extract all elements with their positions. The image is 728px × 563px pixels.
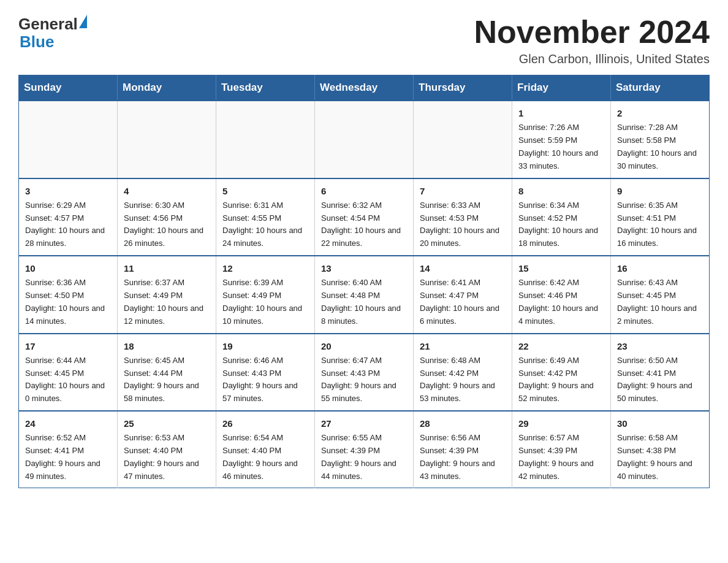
header: General Blue November 2024 Glen Carbon, … bbox=[18, 15, 710, 66]
day-info: Sunrise: 6:41 AMSunset: 4:47 PMDaylight:… bbox=[420, 277, 506, 327]
day-cell: 2Sunrise: 7:28 AMSunset: 5:58 PMDaylight… bbox=[611, 101, 710, 178]
day-number: 26 bbox=[222, 416, 308, 431]
calendar-body: 1Sunrise: 7:26 AMSunset: 5:59 PMDaylight… bbox=[19, 101, 710, 488]
day-cell: 22Sunrise: 6:49 AMSunset: 4:42 PMDayligh… bbox=[512, 334, 611, 411]
day-cell: 7Sunrise: 6:33 AMSunset: 4:53 PMDaylight… bbox=[414, 178, 512, 256]
day-cell: 11Sunrise: 6:37 AMSunset: 4:49 PMDayligh… bbox=[118, 256, 216, 333]
day-number: 30 bbox=[617, 416, 703, 431]
day-number: 17 bbox=[25, 339, 111, 353]
day-cell: 27Sunrise: 6:55 AMSunset: 4:39 PMDayligh… bbox=[315, 411, 414, 488]
day-info: Sunrise: 6:47 AMSunset: 4:43 PMDaylight:… bbox=[321, 354, 407, 405]
day-cell: 18Sunrise: 6:45 AMSunset: 4:44 PMDayligh… bbox=[118, 334, 216, 411]
day-cell: 29Sunrise: 6:57 AMSunset: 4:39 PMDayligh… bbox=[512, 411, 611, 488]
day-cell: 25Sunrise: 6:53 AMSunset: 4:40 PMDayligh… bbox=[118, 411, 216, 488]
day-header-friday: Friday bbox=[512, 75, 611, 101]
day-info: Sunrise: 6:58 AMSunset: 4:38 PMDaylight:… bbox=[617, 432, 703, 483]
day-info: Sunrise: 6:44 AMSunset: 4:45 PMDaylight:… bbox=[25, 354, 111, 405]
day-number: 19 bbox=[222, 339, 308, 353]
day-info: Sunrise: 7:28 AMSunset: 5:58 PMDaylight:… bbox=[617, 121, 703, 172]
day-cell: 28Sunrise: 6:56 AMSunset: 4:39 PMDayligh… bbox=[414, 411, 512, 488]
day-cell: 6Sunrise: 6:32 AMSunset: 4:54 PMDaylight… bbox=[315, 178, 414, 256]
day-info: Sunrise: 6:34 AMSunset: 4:52 PMDaylight:… bbox=[518, 199, 604, 250]
day-number: 4 bbox=[124, 184, 210, 198]
day-info: Sunrise: 6:52 AMSunset: 4:41 PMDaylight:… bbox=[25, 432, 111, 483]
day-cell: 5Sunrise: 6:31 AMSunset: 4:55 PMDaylight… bbox=[216, 178, 315, 256]
day-header-thursday: Thursday bbox=[414, 75, 512, 101]
day-number: 12 bbox=[222, 261, 308, 275]
day-number: 27 bbox=[321, 416, 407, 431]
day-number: 22 bbox=[518, 339, 604, 353]
day-cell: 26Sunrise: 6:54 AMSunset: 4:40 PMDayligh… bbox=[216, 411, 315, 488]
day-info: Sunrise: 6:37 AMSunset: 4:49 PMDaylight:… bbox=[124, 277, 210, 327]
day-cell bbox=[19, 101, 118, 178]
day-cell: 17Sunrise: 6:44 AMSunset: 4:45 PMDayligh… bbox=[19, 334, 118, 411]
day-number: 15 bbox=[518, 261, 604, 275]
day-cell bbox=[118, 101, 216, 178]
day-info: Sunrise: 6:46 AMSunset: 4:43 PMDaylight:… bbox=[222, 354, 308, 405]
day-info: Sunrise: 6:42 AMSunset: 4:46 PMDaylight:… bbox=[518, 277, 604, 327]
day-number: 6 bbox=[321, 184, 407, 198]
day-cell: 19Sunrise: 6:46 AMSunset: 4:43 PMDayligh… bbox=[216, 334, 315, 411]
day-cell: 30Sunrise: 6:58 AMSunset: 4:38 PMDayligh… bbox=[611, 411, 710, 488]
day-cell: 20Sunrise: 6:47 AMSunset: 4:43 PMDayligh… bbox=[315, 334, 414, 411]
day-header-wednesday: Wednesday bbox=[315, 75, 414, 101]
day-info: Sunrise: 6:39 AMSunset: 4:49 PMDaylight:… bbox=[222, 277, 308, 327]
logo-line1: General bbox=[18, 15, 87, 34]
day-header-sunday: Sunday bbox=[19, 75, 118, 101]
week-row-2: 10Sunrise: 6:36 AMSunset: 4:50 PMDayligh… bbox=[19, 256, 710, 333]
day-cell: 1Sunrise: 7:26 AMSunset: 5:59 PMDaylight… bbox=[512, 101, 611, 178]
day-info: Sunrise: 6:30 AMSunset: 4:56 PMDaylight:… bbox=[124, 199, 210, 250]
day-header-row: SundayMondayTuesdayWednesdayThursdayFrid… bbox=[19, 75, 710, 101]
day-cell: 24Sunrise: 6:52 AMSunset: 4:41 PMDayligh… bbox=[19, 411, 118, 488]
day-info: Sunrise: 6:54 AMSunset: 4:40 PMDaylight:… bbox=[222, 432, 308, 483]
day-number: 14 bbox=[420, 261, 506, 275]
day-number: 10 bbox=[25, 261, 111, 275]
title-block: November 2024 Glen Carbon, Illinois, Uni… bbox=[474, 15, 710, 66]
day-cell bbox=[414, 101, 512, 178]
week-row-3: 17Sunrise: 6:44 AMSunset: 4:45 PMDayligh… bbox=[19, 334, 710, 411]
day-cell bbox=[216, 101, 315, 178]
day-number: 16 bbox=[617, 261, 703, 275]
day-cell: 10Sunrise: 6:36 AMSunset: 4:50 PMDayligh… bbox=[19, 256, 118, 333]
day-info: Sunrise: 6:49 AMSunset: 4:42 PMDaylight:… bbox=[518, 354, 604, 405]
day-info: Sunrise: 6:50 AMSunset: 4:41 PMDaylight:… bbox=[617, 354, 703, 405]
day-info: Sunrise: 6:43 AMSunset: 4:45 PMDaylight:… bbox=[617, 277, 703, 327]
day-number: 1 bbox=[518, 106, 604, 120]
day-cell bbox=[315, 101, 414, 178]
logo: General Blue bbox=[18, 15, 87, 50]
day-info: Sunrise: 6:53 AMSunset: 4:40 PMDaylight:… bbox=[124, 432, 210, 483]
day-number: 9 bbox=[617, 184, 703, 198]
day-number: 25 bbox=[124, 416, 210, 431]
day-cell: 23Sunrise: 6:50 AMSunset: 4:41 PMDayligh… bbox=[611, 334, 710, 411]
day-cell: 9Sunrise: 6:35 AMSunset: 4:51 PMDaylight… bbox=[611, 178, 710, 256]
logo-general-text: General bbox=[18, 15, 78, 34]
day-number: 29 bbox=[518, 416, 604, 431]
day-info: Sunrise: 6:31 AMSunset: 4:55 PMDaylight:… bbox=[222, 199, 308, 250]
week-row-1: 3Sunrise: 6:29 AMSunset: 4:57 PMDaylight… bbox=[19, 178, 710, 256]
day-number: 5 bbox=[222, 184, 308, 198]
main-title: November 2024 bbox=[474, 15, 710, 50]
day-info: Sunrise: 7:26 AMSunset: 5:59 PMDaylight:… bbox=[518, 121, 604, 172]
day-cell: 16Sunrise: 6:43 AMSunset: 4:45 PMDayligh… bbox=[611, 256, 710, 333]
logo-triangle-icon bbox=[79, 15, 87, 28]
day-number: 7 bbox=[420, 184, 506, 198]
day-cell: 3Sunrise: 6:29 AMSunset: 4:57 PMDaylight… bbox=[19, 178, 118, 256]
day-cell: 15Sunrise: 6:42 AMSunset: 4:46 PMDayligh… bbox=[512, 256, 611, 333]
day-info: Sunrise: 6:33 AMSunset: 4:53 PMDaylight:… bbox=[420, 199, 506, 250]
day-info: Sunrise: 6:35 AMSunset: 4:51 PMDaylight:… bbox=[617, 199, 703, 250]
day-info: Sunrise: 6:40 AMSunset: 4:48 PMDaylight:… bbox=[321, 277, 407, 327]
day-info: Sunrise: 6:32 AMSunset: 4:54 PMDaylight:… bbox=[321, 199, 407, 250]
day-number: 23 bbox=[617, 339, 703, 353]
day-cell: 21Sunrise: 6:48 AMSunset: 4:42 PMDayligh… bbox=[414, 334, 512, 411]
logo-blue-text: Blue bbox=[20, 34, 54, 50]
day-header-saturday: Saturday bbox=[611, 75, 710, 101]
day-number: 13 bbox=[321, 261, 407, 275]
day-number: 2 bbox=[617, 106, 703, 120]
day-info: Sunrise: 6:56 AMSunset: 4:39 PMDaylight:… bbox=[420, 432, 506, 483]
day-header-monday: Monday bbox=[118, 75, 216, 101]
week-row-4: 24Sunrise: 6:52 AMSunset: 4:41 PMDayligh… bbox=[19, 411, 710, 488]
day-number: 21 bbox=[420, 339, 506, 353]
calendar-header: SundayMondayTuesdayWednesdayThursdayFrid… bbox=[19, 75, 710, 101]
day-number: 28 bbox=[420, 416, 506, 431]
day-cell: 13Sunrise: 6:40 AMSunset: 4:48 PMDayligh… bbox=[315, 256, 414, 333]
